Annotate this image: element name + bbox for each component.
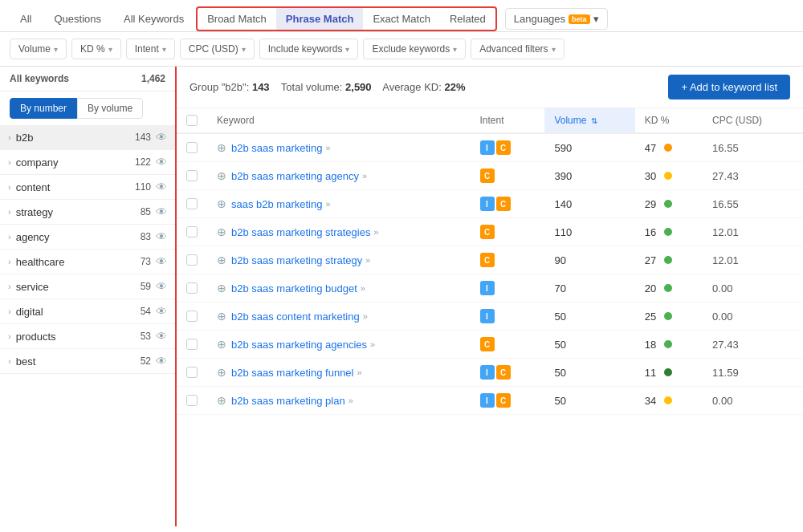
- sidebar-item[interactable]: › agency 83 👁: [0, 225, 175, 250]
- eye-icon[interactable]: 👁: [156, 355, 167, 368]
- add-to-group-icon[interactable]: ⊕: [217, 394, 226, 407]
- keyword-link[interactable]: b2b saas marketing plan: [231, 395, 345, 407]
- expand-arrows-icon[interactable]: »: [362, 171, 367, 181]
- exclude-keywords-filter[interactable]: Exclude keywords ▾: [363, 39, 466, 59]
- tab-phrase-match[interactable]: Phrase Match: [276, 8, 364, 30]
- row-checkbox[interactable]: [186, 170, 198, 181]
- keyword-link[interactable]: b2b saas marketing strategies: [231, 226, 370, 238]
- eye-icon[interactable]: 👁: [156, 181, 167, 193]
- row-checkbox[interactable]: [186, 367, 198, 378]
- expand-arrows-icon[interactable]: »: [363, 311, 368, 321]
- advanced-filters-filter[interactable]: Advanced filters ▾: [471, 39, 564, 59]
- eye-icon[interactable]: 👁: [156, 131, 167, 144]
- add-to-group-icon[interactable]: ⊕: [217, 310, 226, 323]
- keyword-cell: ⊕ saas b2b marketing »: [217, 197, 461, 210]
- intent-filter[interactable]: Intent ▾: [126, 39, 175, 59]
- keyword-link[interactable]: b2b saas marketing agencies: [231, 339, 367, 351]
- add-to-group-icon[interactable]: ⊕: [217, 169, 226, 182]
- keyword-link[interactable]: b2b saas marketing strategy: [231, 254, 362, 266]
- sidebar-item[interactable]: › digital 54 👁: [0, 299, 175, 324]
- sidebar-keyword-count: 1,462: [141, 73, 165, 84]
- eye-icon[interactable]: 👁: [156, 205, 167, 218]
- kd-cell: 20: [635, 274, 703, 303]
- sidebar-item[interactable]: › products 53 👁: [0, 324, 175, 349]
- intent-badge: I: [480, 140, 495, 155]
- expand-arrows-icon[interactable]: »: [373, 227, 378, 237]
- expand-arrows-icon[interactable]: »: [357, 368, 361, 377]
- row-checkbox[interactable]: [186, 142, 198, 153]
- sidebar-item-label: service: [16, 281, 141, 293]
- row-checkbox[interactable]: [186, 311, 198, 322]
- include-keywords-filter[interactable]: Include keywords ▾: [259, 39, 359, 59]
- row-checkbox[interactable]: [186, 282, 198, 294]
- sidebar-item[interactable]: › best 52 👁: [0, 349, 175, 374]
- tab-all-keywords[interactable]: All Keywords: [113, 7, 194, 30]
- row-checkbox[interactable]: [186, 198, 198, 209]
- keyword-link[interactable]: saas b2b marketing: [231, 198, 322, 210]
- intent-badge: C: [496, 393, 511, 408]
- eye-icon[interactable]: 👁: [156, 330, 167, 343]
- keyword-link[interactable]: b2b saas marketing funnel: [231, 367, 353, 379]
- eye-icon[interactable]: 👁: [156, 230, 167, 243]
- tab-broad-match[interactable]: Broad Match: [198, 8, 276, 30]
- sidebar-item[interactable]: › company 122 👁: [0, 150, 175, 175]
- chevron-right-icon: ›: [8, 331, 11, 341]
- eye-icon[interactable]: 👁: [156, 280, 167, 293]
- keyword-link[interactable]: b2b saas content marketing: [231, 311, 360, 323]
- expand-arrows-icon[interactable]: »: [325, 199, 330, 209]
- sidebar: All keywords 1,462 By number By volume ›…: [0, 67, 177, 526]
- kd-dot: [664, 340, 672, 348]
- keyword-link[interactable]: b2b saas marketing budget: [231, 282, 357, 294]
- kd-filter[interactable]: KD % ▾: [71, 39, 121, 59]
- keyword-link[interactable]: b2b saas marketing agency: [231, 170, 359, 182]
- sidebar-item[interactable]: › healthcare 73 👁: [0, 250, 175, 274]
- tab-all[interactable]: All: [10, 7, 42, 30]
- volume-filter[interactable]: Volume ▾: [10, 39, 67, 59]
- eye-icon[interactable]: 👁: [156, 156, 167, 169]
- select-all-checkbox[interactable]: [186, 115, 198, 126]
- expand-arrows-icon[interactable]: »: [365, 255, 370, 265]
- row-checkbox[interactable]: [186, 339, 198, 350]
- row-checkbox[interactable]: [186, 254, 198, 266]
- expand-arrows-icon[interactable]: »: [349, 396, 353, 405]
- expand-arrows-icon[interactable]: »: [325, 143, 330, 152]
- cpc-filter[interactable]: CPC (USD) ▾: [180, 39, 255, 59]
- kd-dot: [664, 228, 672, 236]
- chevron-right-icon: ›: [8, 157, 11, 167]
- volume-cell: 50: [544, 387, 634, 415]
- sidebar-item[interactable]: › service 59 👁: [0, 274, 175, 299]
- row-checkbox[interactable]: [186, 226, 198, 238]
- sidebar-item[interactable]: › b2b 143 👁: [0, 125, 175, 150]
- keyword-link[interactable]: b2b saas marketing: [231, 142, 322, 154]
- sidebar-all-keywords-label: All keywords: [10, 73, 69, 84]
- sort-by-number-button[interactable]: By number: [10, 98, 77, 119]
- row-checkbox[interactable]: [186, 395, 198, 406]
- tab-questions[interactable]: Questions: [43, 7, 112, 30]
- sidebar-item[interactable]: › content 110 👁: [0, 175, 175, 200]
- volume-cell: 590: [544, 133, 634, 162]
- cpc-cell: 12.01: [703, 246, 803, 274]
- tab-related[interactable]: Related: [440, 8, 495, 30]
- add-to-keyword-list-button[interactable]: + Add to keyword list: [668, 75, 790, 99]
- add-to-group-icon[interactable]: ⊕: [217, 197, 226, 210]
- add-to-group-icon[interactable]: ⊕: [217, 338, 226, 351]
- volume-col-header[interactable]: Volume ⇅: [544, 108, 634, 133]
- intent-badge: C: [480, 169, 495, 183]
- sort-by-volume-button[interactable]: By volume: [77, 98, 143, 119]
- languages-button[interactable]: Languages beta ▾: [505, 8, 608, 30]
- avg-kd-label: Average KD:: [382, 81, 441, 93]
- add-to-group-icon[interactable]: ⊕: [217, 366, 226, 379]
- add-to-group-icon[interactable]: ⊕: [217, 254, 226, 266]
- tab-exact-match[interactable]: Exact Match: [363, 8, 440, 30]
- eye-icon[interactable]: 👁: [156, 255, 167, 268]
- expand-arrows-icon[interactable]: »: [370, 339, 375, 349]
- intent-cell: IC: [471, 190, 545, 218]
- eye-icon[interactable]: 👁: [156, 305, 167, 318]
- kd-cell: 11: [635, 359, 703, 387]
- table-row: ⊕ b2b saas content marketing » I 50 25 0…: [177, 303, 803, 331]
- sidebar-item[interactable]: › strategy 85 👁: [0, 200, 175, 225]
- expand-arrows-icon[interactable]: »: [361, 283, 365, 293]
- add-to-group-icon[interactable]: ⊕: [217, 282, 226, 294]
- add-to-group-icon[interactable]: ⊕: [217, 225, 226, 238]
- add-to-group-icon[interactable]: ⊕: [217, 141, 226, 154]
